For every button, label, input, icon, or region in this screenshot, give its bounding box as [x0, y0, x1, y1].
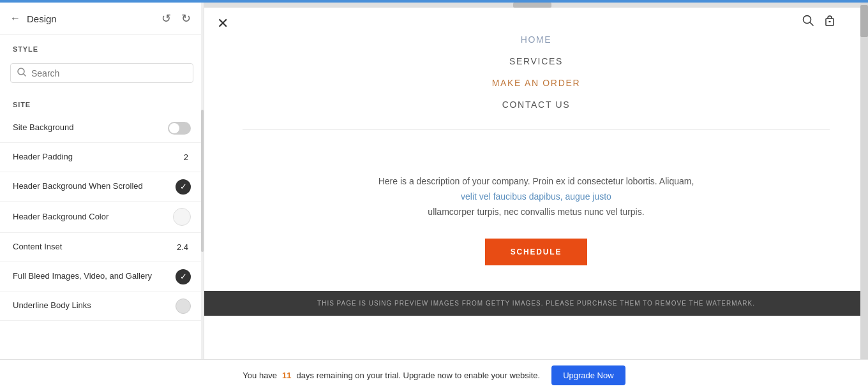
- full-bleed-toggle[interactable]: ✓: [176, 269, 191, 284]
- trial-bar: You have 11 days remaining on your trial…: [0, 359, 868, 391]
- nav-overlay: ✕ HOME SERVICES MAKE AN ORDER CONTACT US: [204, 3, 868, 149]
- content-inset-row: Content Inset 2.4: [0, 233, 204, 262]
- back-button[interactable]: ←: [10, 13, 20, 24]
- header-bg-scrolled-label: Header Background When Scrolled: [13, 181, 176, 192]
- sidebar-scrollbar-thumb: [201, 110, 204, 253]
- watermark-bar: THIS PAGE IS USING PREVIEW IMAGES FROM G…: [204, 291, 868, 316]
- nav-link-order[interactable]: MAKE AN ORDER: [492, 78, 581, 88]
- preview-top-thumb: [513, 3, 551, 8]
- preview-top-scrollbar[interactable]: [204, 3, 860, 8]
- hero-description: Here is a description of your company. P…: [377, 174, 696, 219]
- bag-topbar-icon[interactable]: [823, 14, 836, 30]
- header-padding-value: 2: [184, 152, 188, 162]
- content-inset-value: 2.4: [177, 242, 188, 252]
- content-inset-label: Content Inset: [13, 241, 177, 253]
- header-bg-color-swatch[interactable]: [173, 208, 191, 226]
- website-preview: ✕ HOME SERVICES MAKE AN ORDER CONTACT US: [204, 3, 868, 359]
- search-input[interactable]: [31, 68, 186, 78]
- sidebar-actions: ↺ ↻: [159, 10, 193, 27]
- header-bg-scrolled-toggle[interactable]: ✓: [176, 179, 191, 195]
- sidebar-header: ← Design ↺ ↻: [0, 3, 204, 35]
- trial-days: 11: [282, 371, 291, 380]
- full-bleed-row: Full Bleed Images, Video, and Gallery ✓: [0, 262, 204, 291]
- search-topbar-icon[interactable]: [802, 14, 814, 30]
- full-bleed-label: Full Bleed Images, Video, and Gallery: [13, 270, 176, 282]
- style-section-label: STYLE: [0, 35, 204, 58]
- header-padding-label: Header Padding: [13, 151, 184, 163]
- sidebar-content: STYLE SITE Site Background: [0, 35, 204, 359]
- header-bg-color-label: Header Background Color: [13, 211, 173, 223]
- site-background-row: Site Background: [0, 114, 204, 143]
- checkmark-icon: ✓: [180, 182, 187, 191]
- preview-frame-wrapper: ✕ HOME SERVICES MAKE AN ORDER CONTACT US: [204, 3, 868, 359]
- svg-rect-5: [829, 21, 831, 22]
- underline-links-label: Underline Body Links: [13, 300, 176, 311]
- undo-button[interactable]: ↺: [159, 10, 174, 27]
- nav-link-home[interactable]: HOME: [521, 34, 552, 45]
- toggle-knob: [169, 123, 179, 133]
- underline-links-row: Underline Body Links: [0, 291, 204, 321]
- search-wrapper: [0, 58, 204, 91]
- nav-link-services[interactable]: SERVICES: [509, 56, 563, 66]
- sidebar-title: Design: [27, 13, 57, 24]
- site-section-label: SITE: [0, 91, 204, 114]
- nav-link-contact[interactable]: CONTACT US: [502, 100, 571, 110]
- header-padding-row: Header Padding 2: [0, 143, 204, 172]
- preview-scrollbar-thumb: [860, 5, 868, 37]
- underline-links-toggle[interactable]: [176, 299, 191, 314]
- header-icons: [802, 14, 836, 30]
- sidebar-scrollbar: [201, 3, 204, 359]
- preview-right-scrollbar[interactable]: [860, 3, 868, 359]
- checkmark-icon-2: ✓: [180, 272, 187, 281]
- preview-frame: ✕ HOME SERVICES MAKE AN ORDER CONTACT US: [204, 3, 868, 359]
- header-bg-scrolled-row: Header Background When Scrolled ✓: [0, 172, 204, 202]
- search-box: [10, 63, 193, 83]
- trial-text-before: You have: [243, 371, 277, 380]
- site-background-label: Site Background: [13, 122, 168, 133]
- app-container: ← Design ↺ ↻ STYLE: [0, 3, 868, 359]
- hero-section: Here is a description of your company. P…: [204, 149, 868, 291]
- header-bg-color-row: Header Background Color: [0, 202, 204, 233]
- hero-link[interactable]: velit vel faucibus dapibus, augue justo: [461, 191, 611, 202]
- schedule-button[interactable]: SCHEDULE: [485, 239, 587, 265]
- search-icon: [17, 68, 26, 78]
- preview-area: ✕ HOME SERVICES MAKE AN ORDER CONTACT US: [204, 3, 868, 359]
- svg-line-3: [810, 22, 813, 26]
- nav-links: HOME SERVICES MAKE AN ORDER CONTACT US: [217, 15, 855, 122]
- toggle-circle[interactable]: [168, 122, 191, 135]
- sidebar: ← Design ↺ ↻ STYLE: [0, 3, 204, 359]
- redo-button[interactable]: ↻: [179, 10, 193, 27]
- site-background-toggle[interactable]: [168, 122, 191, 135]
- upgrade-now-button[interactable]: Upgrade Now: [551, 365, 625, 385]
- svg-line-1: [24, 74, 26, 76]
- nav-divider: [243, 129, 830, 129]
- trial-text-after: days remaining on your trial. Upgrade no…: [297, 371, 541, 380]
- nav-close-button[interactable]: ✕: [217, 15, 228, 32]
